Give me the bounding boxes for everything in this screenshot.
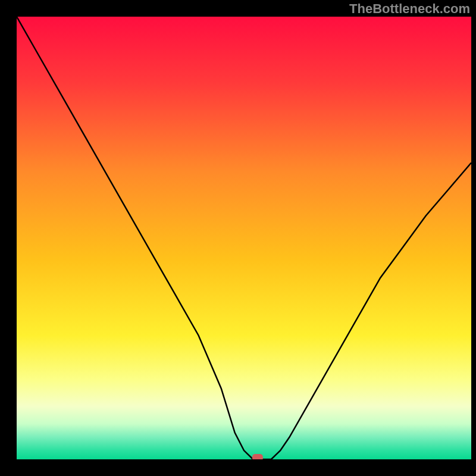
chart-container [17,17,471,459]
bottleneck-chart [17,17,471,459]
chart-background [17,17,471,459]
current-position-marker [252,454,263,459]
attribution-text: TheBottleneck.com [349,1,470,17]
